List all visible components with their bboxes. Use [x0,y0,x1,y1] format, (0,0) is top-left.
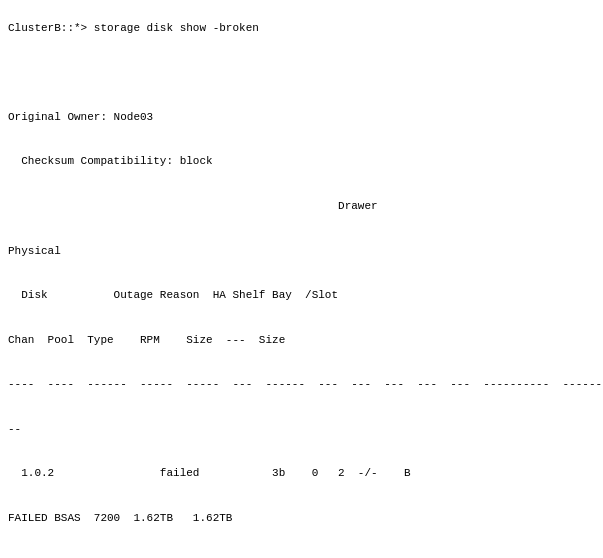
terminal-line-8: Chan Pool Type RPM Size --- Size [8,334,285,346]
terminal-line-10: -- [8,423,21,435]
terminal-line-7: Disk Outage Reason HA Shelf Bay /Slot [8,289,338,301]
terminal-line-6: Physical [8,245,61,257]
terminal-line-1: ClusterB::*> storage disk show -broken [8,22,259,34]
terminal-line-11: 1.0.2 failed 3b 0 2 -/- B [8,467,411,479]
terminal-line-12: FAILED BSAS 7200 1.62TB 1.62TB [8,512,232,524]
terminal-line-4: Checksum Compatibility: block [8,155,213,167]
terminal-output: ClusterB::*> storage disk show -broken O… [8,6,595,558]
terminal-line-9: ---- ---- ------ ----- ----- --- ------ … [8,378,602,390]
terminal-line-3: Original Owner: Node03 [8,111,153,123]
terminal-line-5: Drawer Usable [8,200,603,212]
